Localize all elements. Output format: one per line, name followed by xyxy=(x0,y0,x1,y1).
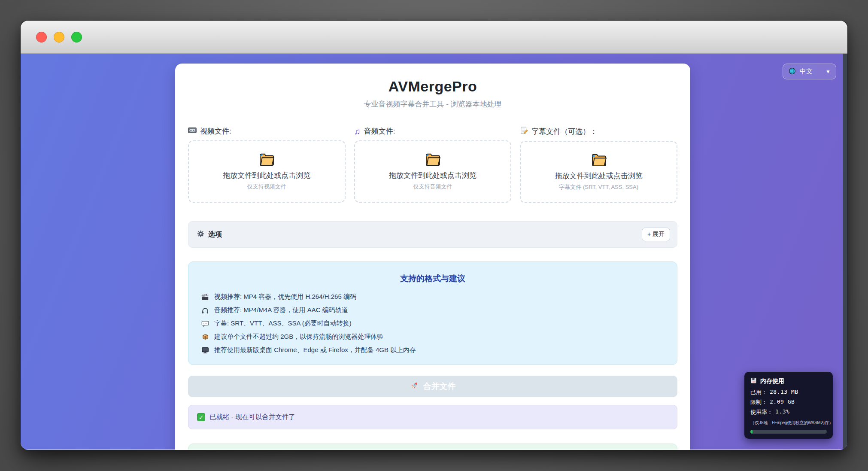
status-bar: ✓ 已就绪 - 现在可以合并文件了 xyxy=(188,405,677,429)
macos-window: 中文 ▼ AVMergePro 专业音视频字幕合并工具 - 浏览器本地处理 视频… xyxy=(21,21,847,450)
core-advantages-box: 核心优势 xyxy=(188,444,677,450)
dropzone-main-text: 拖放文件到此处或点击浏览 xyxy=(555,171,643,181)
folder-icon xyxy=(258,152,275,168)
memory-title-row: 内存使用 xyxy=(750,377,827,385)
monitor-icon xyxy=(200,346,210,354)
subtitle-file-label: 字幕文件（可选）： xyxy=(531,127,597,137)
merge-files-button[interactable]: 合并文件 xyxy=(188,376,677,397)
minimize-button[interactable] xyxy=(54,32,64,43)
video-file-label-row: 视频文件: xyxy=(188,126,346,136)
rocket-icon xyxy=(410,381,419,392)
audio-section: ♫ 音频文件: 拖放文件到此处或点击浏览 仅支持音频文件 xyxy=(354,126,512,203)
dropzone-hint-text: 仅支持音频文件 xyxy=(413,183,452,191)
video-file-label: 视频文件: xyxy=(200,126,231,136)
audio-dropzone[interactable]: 拖放文件到此处或点击浏览 仅支持音频文件 xyxy=(354,140,512,203)
memory-rate-label: 使用率： xyxy=(750,408,773,416)
clapperboard-icon xyxy=(200,293,210,301)
folder-icon xyxy=(425,152,441,168)
audio-file-label-row: ♫ 音频文件: xyxy=(354,126,512,136)
traffic-lights xyxy=(36,32,82,43)
memory-used-value: 28.13 MB xyxy=(770,389,798,396)
memory-limit-row: 限制： 2.09 GB xyxy=(750,398,827,406)
dropzone-row: 视频文件: 拖放文件到此处或点击浏览 仅支持视频文件 ♫ 音频文件: xyxy=(188,126,677,203)
dropzone-main-text: 拖放文件到此处或点击浏览 xyxy=(223,170,310,180)
memory-used-label: 已用： xyxy=(750,389,767,396)
check-icon: ✓ xyxy=(197,413,205,421)
subtitle-section: 字幕文件（可选）： 拖放文件到此处或点击浏览 字幕文件 (SRT, VTT, A… xyxy=(520,126,677,203)
maximize-button[interactable] xyxy=(71,32,82,43)
speech-bubble-icon xyxy=(200,320,210,328)
subtitle-file-label-row: 字幕文件（可选）： xyxy=(520,126,677,137)
expand-options-button[interactable]: + 展开 xyxy=(642,228,670,241)
format-item: 音频推荐: MP4/M4A 容器，使用 AAC 编码轨道 xyxy=(200,306,665,314)
video-section: 视频文件: 拖放文件到此处或点击浏览 仅支持视频文件 xyxy=(188,126,346,203)
language-selector[interactable]: 中文 ▼ xyxy=(783,64,836,79)
memo-icon xyxy=(520,126,528,137)
format-item-text: 音频推荐: MP4/M4A 容器，使用 AAC 编码轨道 xyxy=(214,306,348,314)
page-background: 中文 ▼ AVMergePro 专业音视频字幕合并工具 - 浏览器本地处理 视频… xyxy=(21,54,847,450)
music-notes-icon: ♫ xyxy=(354,127,361,136)
page-title: AVMergePro xyxy=(188,78,677,95)
chevron-down-icon: ▼ xyxy=(826,69,831,75)
format-item-text: 建议单个文件不超过约 2GB，以保持流畅的浏览器处理体验 xyxy=(214,333,383,341)
format-item: 建议单个文件不超过约 2GB，以保持流畅的浏览器处理体验 xyxy=(200,333,665,341)
subtitle-dropzone[interactable]: 拖放文件到此处或点击浏览 字幕文件 (SRT, VTT, ASS, SSA) xyxy=(520,141,677,203)
memory-used-row: 已用： 28.13 MB xyxy=(750,389,827,396)
language-label: 中文 xyxy=(800,67,813,76)
dropzone-main-text: 拖放文件到此处或点击浏览 xyxy=(389,170,476,180)
memory-rate-value: 1.3% xyxy=(775,408,789,416)
format-item-text: 推荐使用最新版桌面 Chrome、Edge 或 Firefox，并配备 4GB … xyxy=(214,346,416,354)
format-box-title: 支持的格式与建议 xyxy=(200,273,665,284)
options-bar: 选项 + 展开 xyxy=(188,221,677,248)
format-item-text: 视频推荐: MP4 容器，优先使用 H.264/H.265 编码 xyxy=(214,293,356,301)
main-card: AVMergePro 专业音视频字幕合并工具 - 浏览器本地处理 视频文件: xyxy=(175,64,690,450)
options-label: 选项 xyxy=(208,230,222,239)
memory-limit-label: 限制： xyxy=(750,398,767,406)
close-button[interactable] xyxy=(36,32,47,43)
window-titlebar xyxy=(21,21,847,54)
floppy-disk-icon xyxy=(750,377,757,385)
videocassette-icon xyxy=(188,127,197,136)
merge-button-label: 合并文件 xyxy=(423,381,456,392)
format-item: 推荐使用最新版桌面 Chrome、Edge 或 Firefox，并配备 4GB … xyxy=(200,346,665,354)
page-scrollbar[interactable] xyxy=(843,54,847,450)
format-recommendations-box: 支持的格式与建议 视频推荐: MP4 容器，优先使用 H.264/H.265 编… xyxy=(188,261,677,365)
memory-progress-track xyxy=(750,430,827,434)
headphones-icon xyxy=(200,307,210,314)
dropzone-hint-text: 仅支持视频文件 xyxy=(247,183,286,191)
memory-usage-widget: 内存使用 已用： 28.13 MB 限制： 2.09 GB 使用率： 1.3% … xyxy=(744,372,833,439)
memory-limit-value: 2.09 GB xyxy=(770,398,795,406)
gear-icon xyxy=(197,230,204,239)
page-subtitle: 专业音视频字幕合并工具 - 浏览器本地处理 xyxy=(188,99,677,109)
memory-progress-fill xyxy=(750,430,753,434)
memory-rate-row: 使用率： 1.3% xyxy=(750,408,827,416)
folder-icon xyxy=(591,153,607,168)
status-text: 已就绪 - 现在可以合并文件了 xyxy=(209,413,295,422)
options-label-row: 选项 xyxy=(197,230,222,239)
format-item: 视频推荐: MP4 容器，优先使用 H.264/H.265 编码 xyxy=(200,293,665,301)
memory-note: （仅JS堆，FFmpeg使用独立的WASM内存） xyxy=(750,420,827,426)
dropzone-hint-text: 字幕文件 (SRT, VTT, ASS, SSA) xyxy=(559,183,638,191)
globe-icon xyxy=(789,67,796,76)
video-dropzone[interactable]: 拖放文件到此处或点击浏览 仅支持视频文件 xyxy=(188,140,346,203)
memory-title: 内存使用 xyxy=(760,377,784,385)
audio-file-label: 音频文件: xyxy=(364,126,395,136)
format-item-text: 字幕: SRT、VTT、ASS、SSA (必要时自动转换) xyxy=(214,319,352,328)
format-item: 字幕: SRT、VTT、ASS、SSA (必要时自动转换) xyxy=(200,319,665,328)
package-icon xyxy=(200,333,210,340)
